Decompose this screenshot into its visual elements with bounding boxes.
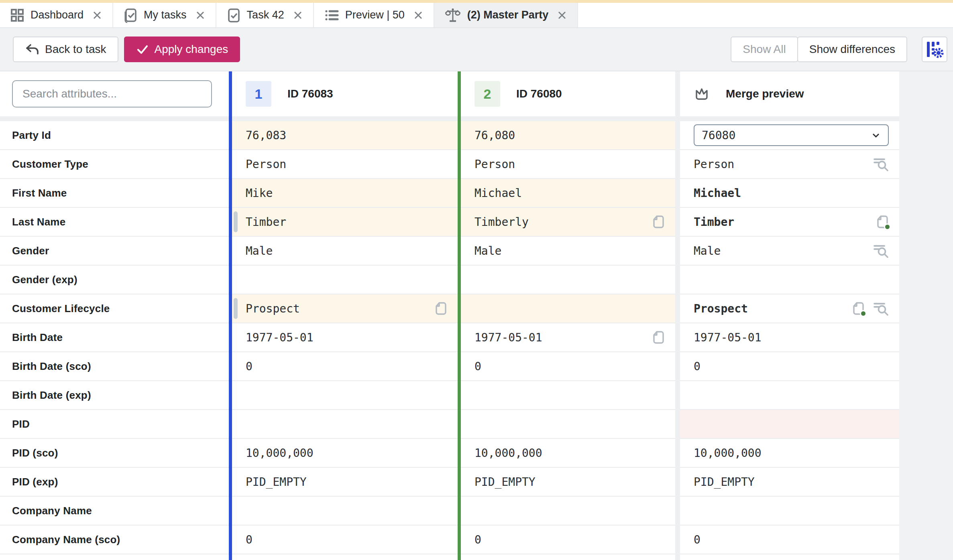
tab-dashboard[interactable]: Dashboard [0,3,113,27]
merge-value-pid-sco: 10,000,000 [694,446,889,460]
attr-row-birth-date-exp: Birth Date (exp) [0,381,229,410]
value-c1-pid-exp: PID_EMPTY [246,475,447,489]
checkbox-icon [124,8,137,23]
cell-c2-party-id[interactable]: 76,080 [461,121,675,150]
tab-preview[interactable]: Preview | 50 [314,3,434,27]
search-attributes-input[interactable] [12,80,212,108]
cell-c1-gender-exp[interactable] [232,266,458,294]
close-tab-icon[interactable] [92,10,102,20]
attr-row-customer-type: Customer Type [0,150,229,179]
apply-changes-label: Apply changes [155,43,228,56]
lookup-rule-icon [872,156,889,172]
value-c2-birth-date: 1977-05-01 [474,331,645,344]
value-c1-last-name: Timber [246,215,447,229]
cell-c2-last-name[interactable]: Timberly [461,208,675,237]
crown-icon [694,87,710,101]
cell-c2-birth-date-exp[interactable] [461,381,675,410]
cell-c2-customer-lifecycle[interactable] [461,294,675,323]
cell-merge-gender: Male [680,237,899,266]
header-divider [0,116,229,121]
tab-label: Dashboard [31,9,83,21]
attr-label: Company Name [12,505,92,517]
attr-row-birth-date-sco: Birth Date (sco) [0,352,229,381]
cell-merge-birth-date-sco: 0 [680,352,899,381]
show-all-button[interactable]: Show All [731,37,798,62]
close-tab-icon[interactable] [293,10,303,20]
cell-merge-company-name [680,497,899,526]
attr-label: First Name [12,187,67,199]
attr-label: PID (exp) [12,476,58,488]
attr-label: PID (sco) [12,447,58,459]
tab-master-party[interactable]: (2) Master Party [434,3,578,27]
cell-c1-party-id[interactable]: 76,083 [232,121,458,150]
cell-c1-customer-type[interactable]: Person [232,150,458,179]
cell-merge-last-name: Timber [680,208,899,237]
cell-c2-company-name[interactable] [461,497,675,526]
cell-c1-pid[interactable] [232,410,458,439]
merge-value-select-party-id[interactable]: 76080 [694,124,889,146]
cell-c1-birth-date[interactable]: 1977-05-01 [232,323,458,352]
cell-c1-customer-lifecycle[interactable]: Prospect [232,294,458,323]
apply-changes-button[interactable]: Apply changes [124,37,240,62]
source1-column: 1 ID 76083 76,083PersonMikeTimberMalePro… [229,71,458,560]
cell-c2-gender-exp[interactable] [461,266,675,294]
value-c2-gender: Male [474,244,665,258]
cell-c2-birth-date[interactable]: 1977-05-01 [461,323,675,352]
cell-merge-birth-date: 1977-05-01 [680,323,899,352]
tab-label: My tasks [144,9,187,21]
cell-c2-customer-type[interactable]: Person [461,150,675,179]
cell-c1-pid-exp[interactable]: PID_EMPTY [232,468,458,497]
cell-merge-party-id: 76080 [680,121,899,150]
tab-task-42[interactable]: Task 42 [216,3,314,27]
lookup-rule-icon [872,243,889,258]
cell-merge-customer-type: Person [680,150,899,179]
document-icon [652,330,665,345]
cell-c2-birth-date-sco[interactable]: 0 [461,352,675,381]
tab-my-tasks[interactable]: My tasks [113,3,216,27]
cell-c1-gender[interactable]: Male [232,237,458,266]
cell-c2-pid-sco[interactable]: 10,000,000 [461,439,675,468]
column-settings-button[interactable] [922,37,947,62]
chevron-down-icon [870,130,882,141]
cell-c1-pid-sco[interactable]: 10,000,000 [232,439,458,468]
attr-row-last-name: Last Name [0,208,229,237]
attr-label: Gender (exp) [12,274,77,286]
selected-source-handle [234,298,238,319]
value-c1-gender: Male [246,244,447,258]
cell-c1-last-name[interactable]: Timber [232,208,458,237]
lookup-rule-icon [872,301,889,316]
close-tab-icon[interactable] [413,10,423,20]
cell-c2-first-name[interactable]: Michael [461,179,675,208]
action-toolbar: Back to task Apply changes Show All Show… [0,28,953,71]
cell-c1-first-name[interactable]: Mike [232,179,458,208]
cell-c1-birth-date-sco[interactable]: 0 [232,352,458,381]
value-c1-birth-date-sco: 0 [246,360,447,373]
show-differences-button[interactable]: Show differences [797,37,907,62]
value-c1-first-name: Mike [246,187,447,200]
attr-row-gender-exp: Gender (exp) [0,266,229,294]
cell-c2-pid-exp[interactable]: PID_EMPTY [461,468,675,497]
attr-label: Customer Lifecycle [12,302,110,315]
close-tab-icon[interactable] [195,10,205,20]
close-tab-icon[interactable] [557,10,567,20]
list-icon [324,9,339,22]
back-to-task-button[interactable]: Back to task [13,37,118,62]
attr-row-first-name: First Name [0,179,229,208]
cell-c1-company-name-sco[interactable]: 0 [232,526,458,554]
merge-preview-column: Merge preview 76080PersonMichaelTimberMa… [680,71,899,560]
cell-c2-company-name-sco[interactable]: 0 [461,526,675,554]
cell-c2-pid[interactable] [461,410,675,439]
cell-merge-company-name-sco: 0 [680,526,899,554]
merge-preview-screen: Dashboard My tasks Task 42 [0,0,953,560]
merge-comparison-table: Party IdCustomer TypeFirst NameLast Name… [0,71,953,560]
cell-c1-birth-date-exp[interactable] [232,381,458,410]
cell-c2-gender[interactable]: Male [461,237,675,266]
value-c2-party-id: 76,080 [474,129,665,142]
value-c1-customer-type: Person [246,158,447,171]
attr-label: Last Name [12,216,65,228]
cell-c1-company-name[interactable] [232,497,458,526]
header-divider [680,116,899,121]
cell-merge-pid-exp: PID_EMPTY [680,468,899,497]
merge-header: Merge preview [680,71,899,116]
attributes-header [0,71,229,116]
